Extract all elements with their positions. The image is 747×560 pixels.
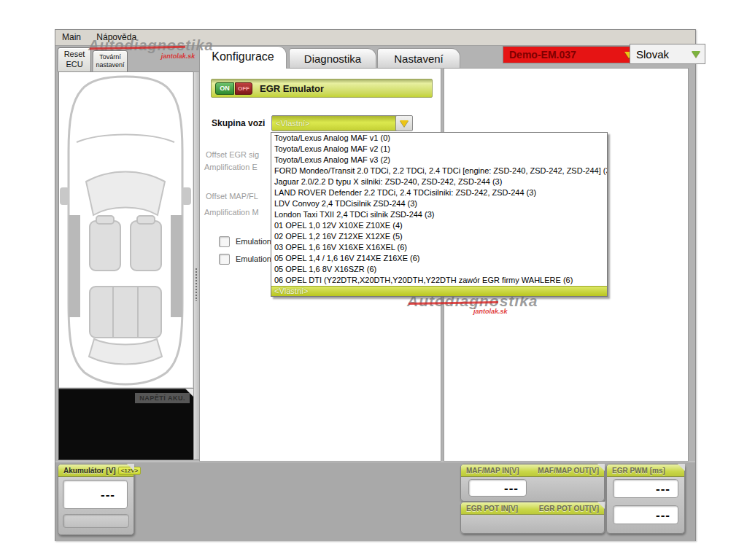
dropdown-item[interactable]: London Taxi TXII 2,4 TDCi silnik ZSD-244… (271, 209, 607, 220)
tab-konfigurace[interactable]: Konfigurace (199, 46, 287, 69)
egr-pot-panel: EGR POT IN[V] EGR POT OUT[V] (460, 502, 605, 534)
akumulator-title: Akumulátor [V] (63, 467, 116, 475)
status-strip: Akumulátor [V] <12V> --- MAF/MAP IN[V] M… (55, 462, 695, 541)
screen: Main Nápověda Reset ECU Tovární nastaven… (0, 0, 747, 560)
dropdown-item[interactable]: Toyota/Lexus Analog MAF v2 (1) (271, 144, 607, 155)
egr-on-off-toggle[interactable]: ON OFF (215, 82, 252, 95)
car-view-panel (58, 71, 194, 389)
akumulator-panel: Akumulátor [V] <12V> --- (58, 464, 134, 535)
dropdown-item[interactable]: LDV Convoy 2,4 TDCisilnik ZSD-244 (3) (271, 198, 607, 209)
egr-pwm-panel: EGR PWM [ms] --- --- (606, 464, 685, 534)
off-button[interactable]: OFF (235, 82, 252, 95)
vehicle-group-combobox[interactable]: <Vlastní> (271, 115, 399, 131)
maf-map-in-label: MAF/MAP IN[V] (466, 467, 519, 475)
maf-map-out-label: MAF/MAP OUT[V] (538, 467, 599, 475)
reset-ecu-label-line2: ECU (58, 60, 90, 70)
dropdown-item[interactable]: Toyota/Lexus Analog MAF v3 (2) (271, 155, 607, 166)
splitter-grip-icon (195, 268, 198, 301)
factory-label-line2: nastavení (93, 61, 127, 69)
app-window: Main Nápověda Reset ECU Tovární nastaven… (55, 29, 696, 541)
dropdown-item[interactable]: LAND ROVER Defender 2.2 TDCi, 2.4 TDCisi… (271, 187, 607, 198)
maf-map-panel: MAF/MAP IN[V] MAF/MAP OUT[V] --- (460, 464, 605, 502)
language-dropdown-arrow-icon (692, 51, 700, 58)
egr-emulator-header: ON OFF EGR Emulator (211, 79, 433, 98)
menu-item-napoveda[interactable]: Nápověda (90, 30, 143, 42)
akumulator-bar (63, 514, 129, 528)
egr-pot-in-label: EGR POT IN[V] (466, 505, 518, 513)
dropdown-item[interactable]: 05 OPEL 1,6 8V X16SZR (6) (271, 264, 607, 275)
dropdown-item[interactable]: 02 OPEL 1,2 16V Z12XE X12XE (5) (271, 231, 607, 242)
dropdown-item[interactable]: 05 OPEL 1,4 / 1,6 16V Z14XE Z16XE (6) (271, 253, 607, 264)
offset-egr-label: Offset EGR sig (206, 150, 259, 159)
emulation-checkbox-1[interactable] (219, 236, 230, 247)
tab-nastaveni[interactable]: Nastavení (377, 48, 460, 68)
egr-panel-title: EGR Emulator (260, 83, 324, 94)
corner-fold-icon (597, 502, 605, 509)
car-top-view-icon (59, 72, 192, 386)
language-dropdown[interactable]: Slovak (630, 44, 705, 64)
dropdown-item[interactable]: 06 OPEL DTI (Y22DTR,X20DTH,Y20DTH,Y22DTH… (271, 275, 607, 286)
battery-voltage-display: NAPĚTÍ AKU. (58, 389, 194, 460)
dropdown-item[interactable]: 01 OPEL 1,0 12V X10XE Z10XE (4) (271, 220, 607, 231)
emulation-checkbox-1-label: Emulation (236, 237, 271, 246)
egr-pwm-value-1: --- (613, 479, 678, 498)
corner-fold-icon (678, 464, 685, 471)
reset-ecu-button[interactable]: Reset ECU (58, 47, 91, 73)
vehicle-group-dropdown-list: Toyota/Lexus Analog MAF v1 (0) Toyota/Le… (271, 132, 608, 297)
battery-box-label: NAPĚTÍ AKU. (135, 393, 190, 403)
combobox-arrow-button[interactable] (395, 115, 413, 131)
maf-map-header: MAF/MAP IN[V] MAF/MAP OUT[V] (461, 464, 604, 477)
watermark-domain: jantolak.sk (161, 52, 196, 60)
egr-pwm-header: EGR PWM [ms] (607, 464, 684, 477)
version-label: Demo-EM.037 (509, 49, 576, 61)
combobox-arrow-icon (400, 120, 409, 127)
egr-pwm-title: EGR PWM [ms] (612, 467, 665, 475)
emulation-checkbox-2-label: Emulation (236, 254, 271, 263)
menu-bar: Main Nápověda (55, 30, 695, 46)
corner-fold-icon (127, 464, 134, 471)
egr-pot-out-label: EGR POT OUT[V] (539, 505, 599, 513)
language-label: Slovak (636, 48, 669, 61)
amplification-map-label: Amplification M (204, 208, 259, 217)
vehicle-group-label: Skupina vozi (212, 118, 265, 128)
amplification-egr-label: Amplification E (204, 163, 258, 171)
dropdown-item-selected[interactable]: <Vlastní> (271, 286, 607, 296)
factory-label-line1: Tovární (93, 53, 127, 61)
dropdown-item[interactable]: FORD Mondeo/Transit 2.0 TDCi, 2.2 TDCi, … (271, 166, 607, 176)
reset-ecu-label-line1: Reset (58, 50, 90, 60)
egr-pwm-value-2: --- (613, 505, 678, 524)
on-button[interactable]: ON (215, 82, 234, 95)
corner-fold-icon (597, 464, 605, 471)
tab-diagnostika[interactable]: Diagnostika (289, 48, 376, 68)
offset-map-label: Offset MAP/FL (206, 192, 258, 201)
akumulator-value: --- (63, 480, 128, 509)
dropdown-item[interactable]: Jaguar 2.0/2.2 D typu X silniki: ZSD-240… (271, 176, 607, 187)
version-dropdown[interactable]: Demo-EM.037 (503, 46, 638, 63)
watermark-underline (90, 46, 185, 50)
dropdown-item[interactable]: Toyota/Lexus Analog MAF v1 (0) (271, 133, 607, 144)
maf-map-in-value: --- (468, 479, 527, 497)
menu-item-main[interactable]: Main (55, 30, 88, 42)
akumulator-header: Akumulátor [V] <12V> (58, 464, 133, 477)
emulation-checkbox-2[interactable] (219, 254, 230, 265)
dropdown-item[interactable]: 03 OPEL 1,6 16V X16XE X16XEL (6) (271, 242, 607, 253)
egr-pot-header: EGR POT IN[V] EGR POT OUT[V] (461, 502, 604, 515)
